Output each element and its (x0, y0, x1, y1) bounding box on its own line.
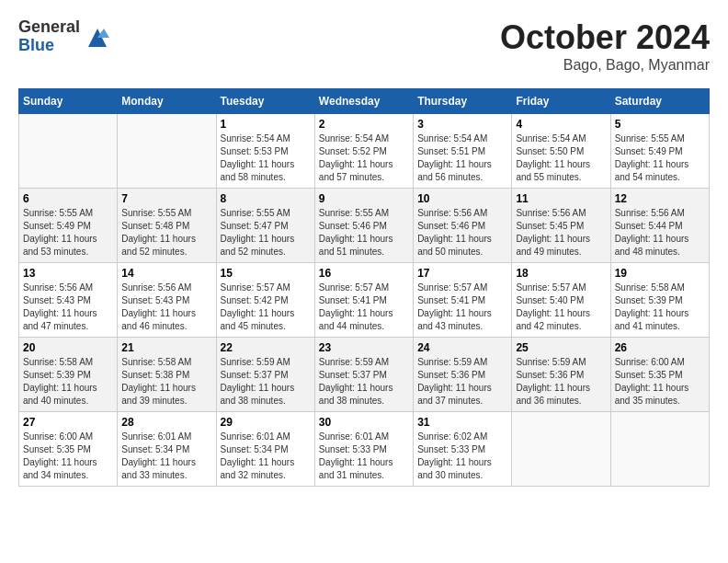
day-number: 11 (516, 192, 606, 205)
calendar-header: SundayMondayTuesdayWednesdayThursdayFrid… (19, 89, 710, 114)
calendar-cell (19, 114, 118, 189)
calendar-week-1: 1Sunrise: 5:54 AM Sunset: 5:53 PM Daylig… (19, 114, 710, 189)
day-number: 14 (121, 267, 211, 280)
calendar-cell: 5Sunrise: 5:55 AM Sunset: 5:49 PM Daylig… (610, 114, 709, 189)
day-info: Sunrise: 5:55 AM Sunset: 5:46 PM Dayligh… (319, 207, 409, 259)
calendar-week-4: 20Sunrise: 5:58 AM Sunset: 5:39 PM Dayli… (19, 338, 710, 412)
calendar-cell: 10Sunrise: 5:56 AM Sunset: 5:46 PM Dayli… (414, 189, 512, 263)
day-number: 20 (23, 341, 113, 354)
day-number: 28 (121, 416, 211, 429)
calendar-cell: 11Sunrise: 5:56 AM Sunset: 5:45 PM Dayli… (512, 189, 610, 263)
day-number: 29 (221, 416, 311, 429)
day-number: 22 (221, 341, 311, 354)
column-header-tuesday: Tuesday (216, 89, 314, 114)
location: Bago, Bago, Myanmar (500, 57, 710, 74)
logo-general: General (18, 18, 80, 37)
day-number: 26 (615, 341, 705, 354)
day-info: Sunrise: 5:58 AM Sunset: 5:39 PM Dayligh… (615, 282, 705, 333)
logo-text-group: General Blue (18, 18, 80, 55)
calendar-cell: 13Sunrise: 5:56 AM Sunset: 5:43 PM Dayli… (19, 263, 118, 338)
calendar-cell: 22Sunrise: 5:59 AM Sunset: 5:37 PM Dayli… (216, 338, 314, 412)
calendar-table: SundayMondayTuesdayWednesdayThursdayFrid… (18, 88, 710, 487)
day-info: Sunrise: 5:56 AM Sunset: 5:46 PM Dayligh… (417, 207, 507, 259)
day-info: Sunrise: 5:55 AM Sunset: 5:47 PM Dayligh… (221, 207, 311, 259)
calendar-cell (610, 412, 709, 487)
column-header-thursday: Thursday (414, 89, 512, 114)
day-info: Sunrise: 5:55 AM Sunset: 5:49 PM Dayligh… (615, 132, 705, 184)
page-header: General Blue October 2024 Bago, Bago, My… (18, 18, 710, 74)
column-header-saturday: Saturday (610, 89, 709, 114)
calendar-cell: 2Sunrise: 5:54 AM Sunset: 5:52 PM Daylig… (314, 114, 413, 189)
day-number: 24 (417, 341, 507, 354)
day-info: Sunrise: 5:56 AM Sunset: 5:44 PM Dayligh… (615, 207, 705, 259)
calendar-week-5: 27Sunrise: 6:00 AM Sunset: 5:35 PM Dayli… (19, 412, 710, 487)
day-number: 30 (319, 416, 409, 429)
calendar-cell: 26Sunrise: 6:00 AM Sunset: 5:35 PM Dayli… (610, 338, 709, 412)
day-number: 6 (23, 192, 113, 205)
day-number: 7 (121, 192, 211, 205)
day-info: Sunrise: 5:57 AM Sunset: 5:40 PM Dayligh… (516, 282, 606, 333)
calendar-cell: 28Sunrise: 6:01 AM Sunset: 5:34 PM Dayli… (118, 412, 216, 487)
calendar-cell: 27Sunrise: 6:00 AM Sunset: 5:35 PM Dayli… (19, 412, 118, 487)
day-number: 27 (23, 416, 113, 429)
calendar-cell (512, 412, 610, 487)
day-info: Sunrise: 5:56 AM Sunset: 5:45 PM Dayligh… (516, 207, 606, 259)
calendar-cell: 9Sunrise: 5:55 AM Sunset: 5:46 PM Daylig… (314, 189, 413, 263)
day-info: Sunrise: 6:01 AM Sunset: 5:33 PM Dayligh… (319, 431, 409, 482)
day-info: Sunrise: 6:01 AM Sunset: 5:34 PM Dayligh… (221, 431, 311, 482)
calendar-cell: 29Sunrise: 6:01 AM Sunset: 5:34 PM Dayli… (216, 412, 314, 487)
column-header-wednesday: Wednesday (314, 89, 413, 114)
day-info: Sunrise: 5:58 AM Sunset: 5:38 PM Dayligh… (121, 356, 211, 408)
calendar-cell: 3Sunrise: 5:54 AM Sunset: 5:51 PM Daylig… (414, 114, 512, 189)
calendar-cell: 7Sunrise: 5:55 AM Sunset: 5:48 PM Daylig… (118, 189, 216, 263)
day-number: 13 (23, 267, 113, 280)
title-section: October 2024 Bago, Bago, Myanmar (500, 18, 710, 74)
calendar-cell: 19Sunrise: 5:58 AM Sunset: 5:39 PM Dayli… (610, 263, 709, 338)
day-info: Sunrise: 5:59 AM Sunset: 5:36 PM Dayligh… (417, 356, 507, 408)
logo-icon (84, 24, 111, 52)
calendar-cell: 20Sunrise: 5:58 AM Sunset: 5:39 PM Dayli… (19, 338, 118, 412)
day-number: 5 (615, 118, 705, 131)
day-number: 10 (417, 192, 507, 205)
calendar-cell: 21Sunrise: 5:58 AM Sunset: 5:38 PM Dayli… (118, 338, 216, 412)
calendar-cell (118, 114, 216, 189)
day-info: Sunrise: 5:59 AM Sunset: 5:37 PM Dayligh… (221, 356, 311, 408)
day-info: Sunrise: 6:00 AM Sunset: 5:35 PM Dayligh… (23, 431, 113, 482)
day-number: 9 (319, 192, 409, 205)
day-number: 3 (417, 118, 507, 131)
day-info: Sunrise: 5:57 AM Sunset: 5:41 PM Dayligh… (319, 282, 409, 333)
day-info: Sunrise: 5:59 AM Sunset: 5:37 PM Dayligh… (319, 356, 409, 408)
day-info: Sunrise: 5:55 AM Sunset: 5:49 PM Dayligh… (23, 207, 113, 259)
calendar-cell: 31Sunrise: 6:02 AM Sunset: 5:33 PM Dayli… (414, 412, 512, 487)
calendar-cell: 14Sunrise: 5:56 AM Sunset: 5:43 PM Dayli… (118, 263, 216, 338)
day-info: Sunrise: 5:58 AM Sunset: 5:39 PM Dayligh… (23, 356, 113, 408)
day-number: 17 (417, 267, 507, 280)
day-info: Sunrise: 5:54 AM Sunset: 5:52 PM Dayligh… (319, 132, 409, 184)
calendar-cell: 23Sunrise: 5:59 AM Sunset: 5:37 PM Dayli… (314, 338, 413, 412)
day-number: 1 (221, 118, 311, 131)
day-number: 4 (516, 118, 606, 131)
day-info: Sunrise: 5:57 AM Sunset: 5:41 PM Dayligh… (417, 282, 507, 333)
column-header-friday: Friday (512, 89, 610, 114)
calendar-cell: 15Sunrise: 5:57 AM Sunset: 5:42 PM Dayli… (216, 263, 314, 338)
day-number: 12 (615, 192, 705, 205)
logo: General Blue (18, 18, 111, 55)
calendar-cell: 16Sunrise: 5:57 AM Sunset: 5:41 PM Dayli… (314, 263, 413, 338)
day-info: Sunrise: 5:54 AM Sunset: 5:50 PM Dayligh… (516, 132, 606, 184)
day-number: 15 (221, 267, 311, 280)
calendar-week-3: 13Sunrise: 5:56 AM Sunset: 5:43 PM Dayli… (19, 263, 710, 338)
day-info: Sunrise: 5:54 AM Sunset: 5:53 PM Dayligh… (221, 132, 311, 184)
day-number: 31 (417, 416, 507, 429)
day-info: Sunrise: 6:01 AM Sunset: 5:34 PM Dayligh… (121, 431, 211, 482)
day-info: Sunrise: 5:55 AM Sunset: 5:48 PM Dayligh… (121, 207, 211, 259)
day-number: 19 (615, 267, 705, 280)
calendar-cell: 30Sunrise: 6:01 AM Sunset: 5:33 PM Dayli… (314, 412, 413, 487)
day-header-row: SundayMondayTuesdayWednesdayThursdayFrid… (19, 89, 710, 114)
logo-blue: Blue (18, 37, 80, 55)
calendar-cell: 1Sunrise: 5:54 AM Sunset: 5:53 PM Daylig… (216, 114, 314, 189)
day-number: 23 (319, 341, 409, 354)
day-info: Sunrise: 5:57 AM Sunset: 5:42 PM Dayligh… (221, 282, 311, 333)
day-number: 21 (121, 341, 211, 354)
logo-wordmark: General Blue (18, 18, 80, 55)
day-number: 16 (319, 267, 409, 280)
